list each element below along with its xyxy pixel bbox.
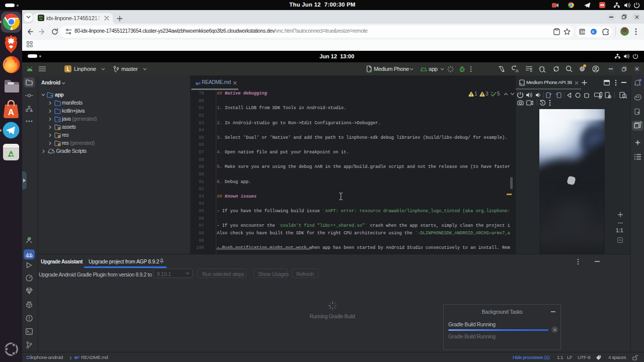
svg-text:5: 5 [542,102,544,105]
svg-text:A: A [516,68,519,73]
svg-text:M: M [196,82,199,85]
svg-text:A: A [8,108,14,117]
svg-text:M: M [74,356,77,359]
svg-text:5: 5 [530,68,532,72]
svg-text:VNC: VNC [39,19,43,21]
